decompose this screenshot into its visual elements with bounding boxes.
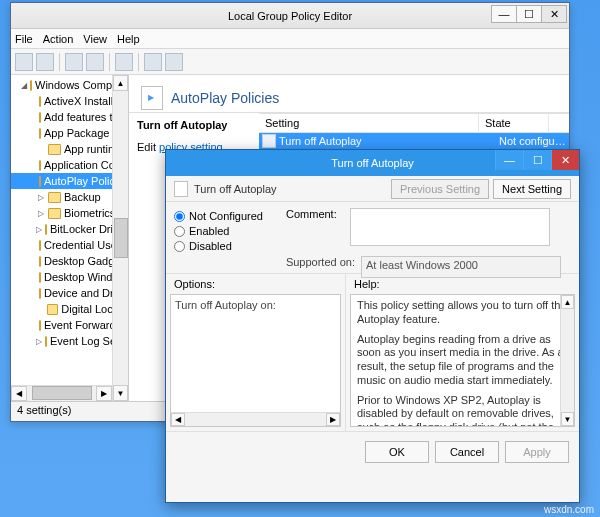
menu-action[interactable]: Action xyxy=(43,33,74,45)
scroll-up-icon[interactable]: ▲ xyxy=(561,295,574,309)
help-label: Help: xyxy=(346,274,579,294)
tree-item[interactable]: Credential User Interfa xyxy=(11,237,128,253)
gpedit-title: Local Group Policy Editor xyxy=(228,10,352,22)
tree-item[interactable]: ▷Backup xyxy=(11,189,128,205)
tree-item[interactable]: ActiveX Installer Service xyxy=(11,93,128,109)
tree-pane[interactable]: ◢ Windows Components ActiveX Installer S… xyxy=(11,75,129,401)
tree-hscrollbar[interactable]: ◀ ▶ xyxy=(11,385,112,401)
radio-enabled[interactable]: Enabled xyxy=(174,225,274,237)
options-hscrollbar[interactable]: ◀ ▶ xyxy=(171,412,340,426)
menubar: File Action View Help xyxy=(11,29,569,49)
cancel-button[interactable]: Cancel xyxy=(435,441,499,463)
tree-item[interactable]: Desktop Window Mana xyxy=(11,269,128,285)
edit-label: Edit xyxy=(137,141,156,153)
scroll-right-icon[interactable]: ▶ xyxy=(96,386,112,401)
dialog-footer: OK Cancel Apply xyxy=(166,432,579,472)
previous-setting-button[interactable]: Previous Setting xyxy=(391,179,489,199)
scroll-down-icon[interactable]: ▼ xyxy=(113,385,128,401)
close-button[interactable]: ✕ xyxy=(541,5,567,23)
tree-item[interactable]: ▷Event Log Service xyxy=(11,333,128,349)
col-setting[interactable]: Setting xyxy=(259,114,479,132)
status-text: 4 setting(s) xyxy=(17,404,71,416)
scroll-thumb[interactable] xyxy=(114,218,128,258)
options-box[interactable]: Turn off Autoplay on: ◀ ▶ xyxy=(170,294,341,427)
expand-icon[interactable]: ▷ xyxy=(36,225,42,234)
tree-item[interactable]: App Package Deployme xyxy=(11,125,128,141)
tree-item[interactable]: Device and Driver Com xyxy=(11,285,128,301)
tree-item[interactable]: ▷BitLocker Drive Encrypt xyxy=(11,221,128,237)
policy-row[interactable]: Turn off AutoplayNot configu… xyxy=(259,133,569,149)
folder-icon xyxy=(39,160,41,171)
folder-icon xyxy=(39,128,41,139)
scroll-left-icon[interactable]: ◀ xyxy=(11,386,27,401)
policy-icon xyxy=(262,134,276,148)
folder-icon xyxy=(30,80,32,91)
tree-item[interactable]: AutoPlay Policies xyxy=(11,173,128,189)
policy-dialog: Turn off Autoplay — ☐ ✕ Turn off Autopla… xyxy=(165,149,580,503)
tree-item[interactable]: ▷Biometrics xyxy=(11,205,128,221)
list-header[interactable]: Setting State xyxy=(259,113,569,133)
radio-disabled[interactable]: Disabled xyxy=(174,240,274,252)
toolbar-back-icon[interactable] xyxy=(15,53,33,71)
tree-root[interactable]: ◢ Windows Components xyxy=(11,77,128,93)
tree-item[interactable]: Event Forwarding xyxy=(11,317,128,333)
folder-icon xyxy=(39,176,41,187)
toolbar-refresh-icon[interactable] xyxy=(86,53,104,71)
right-pane-header: AutoPlay Policies xyxy=(129,75,569,113)
help-vscrollbar[interactable]: ▲ ▼ xyxy=(560,295,574,426)
expand-icon[interactable]: ▷ xyxy=(36,337,42,346)
dialog-minimize-button[interactable]: — xyxy=(495,150,523,170)
tree-item[interactable]: App runtime xyxy=(11,141,128,157)
radio-not-configured[interactable]: Not Configured xyxy=(174,210,274,222)
tree-item-label: Backup xyxy=(64,191,101,203)
next-setting-button[interactable]: Next Setting xyxy=(493,179,571,199)
expand-icon[interactable] xyxy=(36,145,45,154)
expand-icon[interactable]: ▷ xyxy=(36,193,45,202)
dialog-window-controls: — ☐ ✕ xyxy=(495,150,579,170)
comment-label: Comment: xyxy=(286,208,344,252)
folder-icon xyxy=(39,272,41,283)
tree-item[interactable]: Add features to Window xyxy=(11,109,128,125)
menu-help[interactable]: Help xyxy=(117,33,140,45)
folder-icon xyxy=(45,336,47,347)
dialog-titlebar[interactable]: Turn off Autoplay — ☐ ✕ xyxy=(166,150,579,176)
radio-not-configured-input[interactable] xyxy=(174,211,185,222)
radio-disabled-input[interactable] xyxy=(174,241,185,252)
apply-button[interactable]: Apply xyxy=(505,441,569,463)
tree-item[interactable]: Desktop Gadgets xyxy=(11,253,128,269)
expand-icon[interactable] xyxy=(36,305,44,314)
tree-vscrollbar[interactable]: ▲ ▼ xyxy=(112,75,128,401)
scroll-left-icon[interactable]: ◀ xyxy=(171,413,185,426)
dialog-close-button[interactable]: ✕ xyxy=(551,150,579,170)
maximize-button[interactable]: ☐ xyxy=(516,5,542,23)
expand-icon[interactable]: ▷ xyxy=(36,209,45,218)
toolbar-filter-icon[interactable] xyxy=(165,53,183,71)
toolbar-help-icon[interactable] xyxy=(144,53,162,71)
minimize-button[interactable]: — xyxy=(491,5,517,23)
folder-icon xyxy=(39,256,41,267)
radio-enabled-input[interactable] xyxy=(174,226,185,237)
scroll-down-icon[interactable]: ▼ xyxy=(561,412,574,426)
options-text: Turn off Autoplay on: xyxy=(175,299,276,311)
toolbar-up-icon[interactable] xyxy=(65,53,83,71)
tree-item[interactable]: Application Compatibili xyxy=(11,157,128,173)
options-pane: Options: Turn off Autoplay on: ◀ ▶ xyxy=(166,274,346,431)
collapse-icon[interactable]: ◢ xyxy=(21,81,27,90)
scroll-up-icon[interactable]: ▲ xyxy=(113,75,128,91)
folder-icon xyxy=(39,320,41,331)
help-text[interactable]: This policy setting allows you to turn o… xyxy=(350,294,575,427)
menu-file[interactable]: File xyxy=(15,33,33,45)
scroll-thumb[interactable] xyxy=(32,386,92,400)
dialog-maximize-button[interactable]: ☐ xyxy=(523,150,551,170)
gpedit-titlebar[interactable]: Local Group Policy Editor — ☐ ✕ xyxy=(11,3,569,29)
col-state[interactable]: State xyxy=(479,114,549,132)
toolbar-forward-icon[interactable] xyxy=(36,53,54,71)
tree-item[interactable]: Digital Locker xyxy=(11,301,128,317)
options-label: Options: xyxy=(166,274,345,294)
ok-button[interactable]: OK xyxy=(365,441,429,463)
toolbar-export-icon[interactable] xyxy=(115,53,133,71)
comment-field[interactable] xyxy=(350,208,550,246)
scroll-right-icon[interactable]: ▶ xyxy=(326,413,340,426)
right-pane-title: AutoPlay Policies xyxy=(171,90,279,106)
menu-view[interactable]: View xyxy=(83,33,107,45)
